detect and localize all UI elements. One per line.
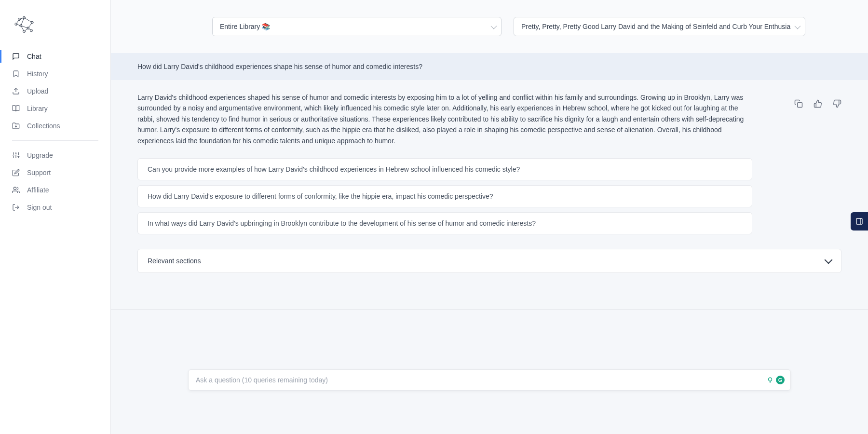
sidebar-nav-secondary: Upgrade Support Affiliate Sign out	[0, 147, 110, 216]
thumbs-down-button[interactable]	[833, 99, 841, 108]
support-icon	[12, 169, 20, 176]
copy-button[interactable]	[794, 99, 803, 108]
chevron-down-icon	[825, 256, 833, 264]
sidebar-nav-primary: Chat History Upload Library Collections	[0, 48, 110, 135]
upgrade-icon	[12, 151, 20, 159]
sidebar-item-label: Support	[27, 169, 51, 176]
sidebar-divider	[12, 140, 98, 141]
side-panel-toggle[interactable]	[851, 212, 868, 231]
panel-icon	[855, 217, 863, 225]
answer-actions	[794, 92, 841, 146]
sidebar-item-label: Collections	[27, 122, 60, 130]
sidebar-item-upgrade[interactable]: Upgrade	[0, 147, 110, 164]
suggestion-text: How did Larry David's exposure to differ…	[148, 192, 493, 200]
library-dropdown-value: Entire Library 📚	[220, 23, 270, 30]
sidebar-item-history[interactable]: History	[0, 65, 110, 82]
input-bar-wrapper: G	[111, 369, 868, 391]
answer-text: Larry David's childhood experiences shap…	[137, 92, 746, 146]
relevant-sections-label: Relevant sections	[148, 257, 201, 265]
sidebar-item-upload[interactable]: Upload	[0, 82, 110, 100]
library-dropdown[interactable]: Entire Library 📚	[212, 17, 502, 36]
main-content: Entire Library 📚 Pretty, Pretty, Pretty …	[111, 0, 868, 434]
library-icon	[12, 105, 20, 112]
svg-line-13	[16, 19, 19, 24]
sidebar-item-label: History	[27, 70, 48, 78]
book-dropdown[interactable]: Pretty, Pretty, Pretty Good Larry David …	[514, 17, 805, 36]
sidebar-item-label: Sign out	[27, 203, 52, 211]
sidebar: Chat History Upload Library Collections	[0, 0, 111, 434]
top-bar: Entire Library 📚 Pretty, Pretty, Pretty …	[111, 0, 868, 53]
bulb-icon[interactable]	[767, 377, 773, 383]
sidebar-item-label: Chat	[27, 53, 41, 60]
svg-line-16	[24, 28, 28, 31]
thumbs-up-button[interactable]	[814, 99, 822, 108]
upload-icon	[12, 87, 20, 95]
sidebar-item-label: Upgrade	[27, 151, 53, 159]
svg-rect-32	[798, 103, 802, 108]
suggestion-item[interactable]: How did Larry David's exposure to differ…	[137, 185, 752, 207]
sidebar-item-label: Library	[27, 105, 48, 112]
input-icons: G	[767, 376, 785, 384]
affiliate-icon	[12, 186, 20, 194]
sidebar-item-chat[interactable]: Chat	[0, 48, 110, 65]
question-display: How did Larry David's childhood experien…	[111, 53, 868, 80]
sidebar-item-label: Upload	[27, 87, 48, 95]
sidebar-item-signout[interactable]: Sign out	[0, 199, 110, 216]
suggestion-text: Can you provide more examples of how Lar…	[148, 165, 520, 173]
sidebar-item-affiliate[interactable]: Affiliate	[0, 181, 110, 199]
relevant-sections-toggle[interactable]: Relevant sections	[137, 249, 841, 273]
svg-rect-34	[856, 218, 862, 224]
svg-line-10	[24, 18, 32, 23]
chat-icon	[12, 53, 20, 60]
suggestion-text: In what ways did Larry David's upbringin…	[148, 219, 536, 227]
suggestions-list: Can you provide more examples of how Lar…	[111, 158, 868, 234]
question-input[interactable]	[196, 376, 761, 384]
suggestion-item[interactable]: Can you provide more examples of how Lar…	[137, 158, 752, 180]
sidebar-item-collections[interactable]: Collections	[0, 117, 110, 135]
answer-section: Larry David's childhood experiences shap…	[111, 80, 868, 158]
signout-icon	[12, 203, 20, 211]
sidebar-item-support[interactable]: Support	[0, 164, 110, 181]
grammar-icon[interactable]: G	[776, 376, 785, 384]
bookmark-icon	[12, 70, 20, 78]
svg-point-30	[14, 187, 16, 190]
svg-line-15	[28, 23, 32, 28]
sidebar-item-label: Affiliate	[27, 186, 49, 194]
svg-point-33	[769, 378, 772, 381]
logo	[0, 10, 110, 48]
svg-line-9	[21, 18, 24, 26]
separator	[111, 309, 868, 310]
suggestion-item[interactable]: In what ways did Larry David's upbringin…	[137, 212, 752, 234]
collections-icon	[12, 122, 20, 130]
book-dropdown-value: Pretty, Pretty, Pretty Good Larry David …	[521, 23, 790, 30]
question-input-bar: G	[188, 369, 791, 391]
grammar-letter: G	[778, 377, 783, 383]
sidebar-item-library[interactable]: Library	[0, 100, 110, 117]
question-text: How did Larry David's childhood experien…	[137, 63, 422, 70]
